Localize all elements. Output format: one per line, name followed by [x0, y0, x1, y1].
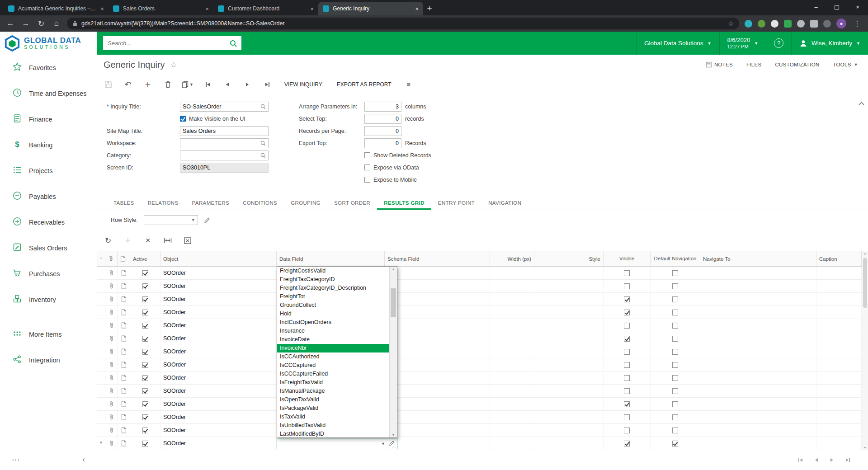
- help-button[interactable]: ?: [766, 32, 791, 55]
- dropdown-item[interactable]: IsCCAuthorized: [277, 352, 389, 361]
- checkbox[interactable]: [142, 388, 148, 394]
- checkbox[interactable]: [142, 336, 148, 342]
- checkbox[interactable]: [142, 401, 148, 407]
- scrollbar-thumb[interactable]: [863, 258, 867, 308]
- checkbox[interactable]: [624, 362, 630, 368]
- checkbox[interactable]: [624, 310, 630, 315]
- category-field[interactable]: [180, 150, 269, 160]
- previous-record-icon[interactable]: [217, 83, 237, 86]
- refresh-icon[interactable]: ↻: [98, 236, 118, 245]
- browser-menu-icon[interactable]: ⋮: [852, 19, 863, 28]
- dropdown-item[interactable]: LastModifiedByID: [277, 430, 389, 437]
- tab-close-icon[interactable]: ×: [100, 5, 104, 12]
- export-top-field[interactable]: 0: [364, 138, 401, 148]
- tab-grouping[interactable]: GROUPING: [284, 200, 327, 210]
- last-page-icon[interactable]: [846, 458, 850, 462]
- records-per-page-field[interactable]: 0: [364, 126, 401, 136]
- browser-tab[interactable]: Generic Inquiry×: [318, 2, 423, 15]
- row-notes-icon[interactable]: [118, 332, 130, 345]
- row-files-icon[interactable]: [105, 371, 118, 384]
- dropdown-item[interactable]: FreightTaxCategoryID_Description: [277, 284, 389, 292]
- tab-relations[interactable]: RELATIONS: [141, 200, 185, 210]
- row-notes-icon[interactable]: [118, 306, 130, 319]
- row-files-icon[interactable]: [105, 267, 118, 279]
- checkbox[interactable]: [142, 375, 148, 381]
- checkbox[interactable]: [624, 336, 630, 342]
- sidebar-item-sales-orders[interactable]: Sales Orders: [0, 235, 97, 261]
- grid-row[interactable]: SOOrder: [97, 319, 862, 332]
- notes-button[interactable]: NOTES: [706, 61, 733, 68]
- dropdown-item[interactable]: IsOpenTaxValid: [277, 395, 389, 404]
- checkbox[interactable]: [672, 336, 678, 342]
- inquiry-title-field[interactable]: SO-SalesOrder: [180, 102, 269, 112]
- checkbox[interactable]: [142, 349, 148, 355]
- checkbox[interactable]: [624, 349, 630, 355]
- row-files-icon[interactable]: [105, 398, 118, 410]
- data-field-editor[interactable]: ▼: [277, 438, 397, 449]
- row-files-icon[interactable]: [105, 345, 118, 358]
- extension-icon[interactable]: [810, 20, 818, 28]
- row-files-icon[interactable]: [105, 385, 118, 397]
- dropdown-item[interactable]: IsPackageValid: [277, 404, 389, 413]
- tab-close-icon[interactable]: ×: [415, 5, 419, 12]
- row-notes-icon[interactable]: [118, 280, 130, 292]
- row-notes-icon[interactable]: [118, 293, 130, 306]
- checkbox[interactable]: [142, 323, 148, 329]
- delete-row-icon[interactable]: ×: [138, 235, 158, 245]
- grid-row[interactable]: SOOrder: [97, 358, 862, 371]
- first-record-icon[interactable]: [198, 82, 217, 87]
- tab-parameters[interactable]: PARAMETERS: [185, 200, 236, 210]
- column-header-object[interactable]: Object: [160, 251, 277, 266]
- scroll-up-icon[interactable]: ▲: [390, 268, 397, 271]
- tab-close-icon[interactable]: ×: [205, 5, 209, 12]
- sidebar-item-finance[interactable]: Finance: [0, 106, 97, 132]
- sidebar-item-integration[interactable]: Integration: [0, 347, 97, 373]
- column-header-data-field[interactable]: Data Field: [277, 251, 385, 266]
- checkbox[interactable]: [672, 310, 678, 315]
- grid-row[interactable]: SOOrder: [97, 345, 862, 358]
- checkbox[interactable]: [142, 428, 148, 433]
- add-record-icon[interactable]: +: [138, 79, 158, 90]
- tab-entry-point[interactable]: ENTRY POINT: [431, 200, 481, 210]
- expose-to-mobile-checkbox[interactable]: [364, 177, 370, 183]
- sidebar-item-time-and-expenses[interactable]: Time and Expenses: [0, 80, 97, 106]
- column-header-visible[interactable]: Visible: [604, 251, 651, 266]
- row-notes-icon[interactable]: [118, 398, 130, 410]
- sidebar-collapse-icon[interactable]: ‹: [82, 455, 85, 464]
- checkbox[interactable]: [624, 375, 630, 381]
- grid-settings-icon[interactable]: [97, 251, 105, 266]
- make-visible-checkbox[interactable]: [180, 116, 186, 122]
- search-icon[interactable]: [227, 36, 240, 50]
- global-search[interactable]: [103, 36, 241, 50]
- delete-record-icon[interactable]: [158, 80, 178, 88]
- dropdown-item[interactable]: IsCCCaptured: [277, 361, 389, 370]
- undo-icon[interactable]: ↶: [118, 80, 138, 89]
- row-notes-icon[interactable]: [118, 345, 130, 358]
- checkbox[interactable]: [624, 401, 630, 407]
- sidebar-item-favorites[interactable]: Favorites: [0, 55, 97, 80]
- copy-paste-icon[interactable]: ▼: [178, 81, 198, 88]
- forward-icon[interactable]: →: [21, 19, 31, 28]
- tab-tables[interactable]: TABLES: [107, 200, 141, 210]
- grid-row[interactable]: SOOrder: [97, 332, 862, 345]
- next-page-icon[interactable]: [830, 458, 833, 462]
- grid-new-row[interactable]: *SOOrder▼: [97, 437, 862, 450]
- grid-row[interactable]: SOOrder: [97, 424, 862, 437]
- checkbox[interactable]: [142, 414, 148, 420]
- export-as-report-button[interactable]: EXPORT AS REPORT: [330, 81, 399, 88]
- row-files-icon[interactable]: [105, 332, 118, 345]
- dropdown-item[interactable]: FreightTaxCategoryID: [277, 275, 389, 284]
- toolbar-menu-icon[interactable]: ≡: [399, 80, 419, 88]
- dropdown-item[interactable]: Hold: [277, 310, 389, 318]
- fit-to-screen-icon[interactable]: [158, 237, 178, 244]
- new-tab-button[interactable]: +: [423, 2, 436, 15]
- checkbox[interactable]: [672, 428, 678, 433]
- checkbox[interactable]: [142, 441, 148, 446]
- tab-sort-order[interactable]: SORT ORDER: [327, 200, 377, 210]
- checkbox[interactable]: [672, 270, 678, 276]
- extension-icon[interactable]: [745, 20, 752, 28]
- checkbox[interactable]: [672, 441, 678, 446]
- checkbox[interactable]: [672, 375, 678, 381]
- checkbox[interactable]: [624, 323, 630, 329]
- lookup-icon[interactable]: [260, 104, 266, 109]
